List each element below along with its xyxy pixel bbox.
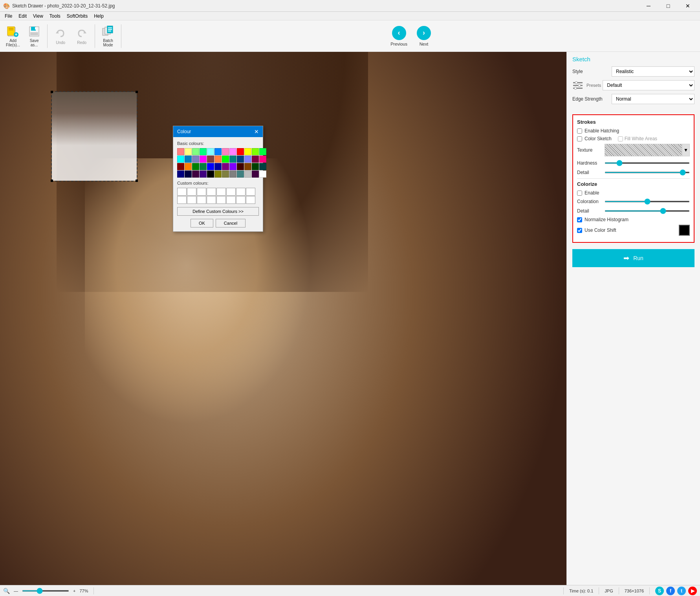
- colorize-detail-slider[interactable]: [605, 210, 690, 212]
- basic-color-cell[interactable]: [200, 156, 207, 163]
- custom-color-cell[interactable]: [187, 196, 196, 204]
- menu-softorbits[interactable]: SoftOrbits: [64, 13, 91, 20]
- custom-color-cell[interactable]: [226, 196, 236, 204]
- enable-hatching-label[interactable]: Enable Hatching: [585, 128, 619, 134]
- colorize-enable-label[interactable]: Enable: [585, 190, 599, 196]
- basic-color-cell[interactable]: [252, 148, 259, 155]
- basic-color-cell[interactable]: [192, 163, 199, 170]
- basic-color-cell[interactable]: [252, 163, 259, 170]
- basic-color-cell[interactable]: [244, 163, 251, 170]
- basic-color-cell[interactable]: [200, 163, 207, 170]
- basic-color-cell[interactable]: [252, 156, 259, 163]
- custom-color-cell[interactable]: [236, 196, 246, 204]
- hardness-slider[interactable]: [605, 162, 690, 164]
- basic-color-cell[interactable]: [222, 148, 229, 155]
- detail-slider[interactable]: [605, 172, 690, 173]
- enable-hatching-checkbox[interactable]: [577, 128, 582, 134]
- dialog-close-button[interactable]: ✕: [254, 128, 259, 135]
- presets-select[interactable]: Default Light Dark Custom: [603, 80, 695, 90]
- menu-edit[interactable]: Edit: [15, 13, 30, 20]
- coloration-slider[interactable]: [605, 201, 690, 202]
- zoom-slider[interactable]: [22, 590, 69, 592]
- color-sketch-checkbox[interactable]: [577, 136, 582, 141]
- basic-color-cell[interactable]: [252, 171, 259, 178]
- youtube-icon[interactable]: ▶: [688, 587, 697, 595]
- use-color-shift-checkbox[interactable]: [577, 228, 582, 233]
- dialog-ok-button[interactable]: OK: [191, 219, 213, 227]
- basic-color-cell[interactable]: [214, 148, 222, 155]
- color-shift-swatch[interactable]: [679, 225, 690, 236]
- basic-color-cell[interactable]: [207, 148, 214, 155]
- basic-color-cell[interactable]: [185, 171, 192, 178]
- facebook-icon[interactable]: f: [666, 587, 675, 595]
- basic-color-cell[interactable]: [229, 148, 236, 155]
- custom-color-cell[interactable]: [246, 188, 255, 196]
- custom-color-cell[interactable]: [246, 196, 255, 204]
- menu-view[interactable]: View: [30, 13, 46, 20]
- next-button[interactable]: › Next: [413, 24, 435, 48]
- basic-color-cell[interactable]: [259, 171, 266, 178]
- color-sketch-label[interactable]: Color Sketch: [585, 136, 612, 141]
- menu-tools[interactable]: Tools: [46, 13, 64, 20]
- basic-color-cell[interactable]: [177, 171, 184, 178]
- basic-color-cell[interactable]: [177, 148, 184, 155]
- custom-color-cell[interactable]: [197, 188, 206, 196]
- basic-color-cell[interactable]: [229, 163, 236, 170]
- basic-color-cell[interactable]: [214, 171, 222, 178]
- style-select[interactable]: Realistic Cartoon Pencil Watercolor: [612, 66, 695, 77]
- texture-dropdown-button[interactable]: ▼: [682, 144, 690, 156]
- save-as-button[interactable]: Saveas...: [24, 23, 44, 49]
- close-button[interactable]: ✕: [679, 0, 697, 12]
- basic-color-cell[interactable]: [222, 156, 229, 163]
- custom-color-cell[interactable]: [216, 196, 226, 204]
- normalize-histogram-checkbox[interactable]: [577, 217, 582, 222]
- basic-color-cell[interactable]: [177, 163, 184, 170]
- basic-color-cell[interactable]: [244, 156, 251, 163]
- basic-color-cell[interactable]: [185, 156, 192, 163]
- basic-color-cell[interactable]: [259, 148, 266, 155]
- basic-color-cell[interactable]: [200, 148, 207, 155]
- twitter-icon[interactable]: t: [677, 587, 686, 595]
- handle-tr[interactable]: [136, 91, 138, 93]
- define-custom-colours-button[interactable]: Define Custom Colours >>: [177, 207, 259, 216]
- basic-color-cell[interactable]: [185, 148, 192, 155]
- texture-preview[interactable]: [605, 144, 682, 156]
- basic-color-cell[interactable]: [237, 171, 244, 178]
- undo-button[interactable]: Undo: [51, 25, 70, 47]
- custom-color-cell[interactable]: [216, 188, 226, 196]
- basic-color-cell[interactable]: [207, 156, 214, 163]
- batch-mode-button[interactable]: BatchMode: [98, 23, 118, 49]
- custom-color-cell[interactable]: [177, 188, 187, 196]
- custom-color-cell[interactable]: [236, 188, 246, 196]
- basic-color-cell[interactable]: [259, 163, 266, 170]
- custom-color-cell[interactable]: [207, 188, 216, 196]
- basic-color-cell[interactable]: [222, 171, 229, 178]
- basic-color-cell[interactable]: [237, 156, 244, 163]
- custom-color-cell[interactable]: [197, 196, 206, 204]
- basic-color-cell[interactable]: [207, 171, 214, 178]
- add-files-button[interactable]: + AddFile(s)...: [3, 23, 23, 49]
- basic-color-cell[interactable]: [214, 163, 222, 170]
- handle-bl[interactable]: [51, 180, 53, 182]
- basic-color-cell[interactable]: [207, 163, 214, 170]
- custom-color-cell[interactable]: [226, 188, 236, 196]
- edge-strength-select[interactable]: Normal Light Strong Extra Strong: [612, 94, 695, 104]
- basic-color-cell[interactable]: [177, 156, 184, 163]
- basic-color-cell[interactable]: [192, 171, 199, 178]
- colorize-enable-checkbox[interactable]: [577, 191, 582, 196]
- dialog-cancel-button[interactable]: Cancel: [216, 219, 246, 227]
- fill-white-areas-checkbox[interactable]: [618, 136, 623, 141]
- basic-color-cell[interactable]: [244, 148, 251, 155]
- basic-color-cell[interactable]: [214, 156, 222, 163]
- menu-file[interactable]: File: [2, 13, 15, 20]
- maximize-button[interactable]: □: [659, 0, 677, 12]
- basic-color-cell[interactable]: [229, 156, 236, 163]
- previous-button[interactable]: ‹ Previous: [387, 24, 411, 48]
- custom-color-cell[interactable]: [207, 196, 216, 204]
- basic-color-cell[interactable]: [229, 171, 236, 178]
- custom-color-cell[interactable]: [187, 188, 196, 196]
- basic-color-cell[interactable]: [222, 163, 229, 170]
- menu-help[interactable]: Help: [91, 13, 107, 20]
- basic-color-cell[interactable]: [185, 163, 192, 170]
- basic-color-cell[interactable]: [192, 148, 199, 155]
